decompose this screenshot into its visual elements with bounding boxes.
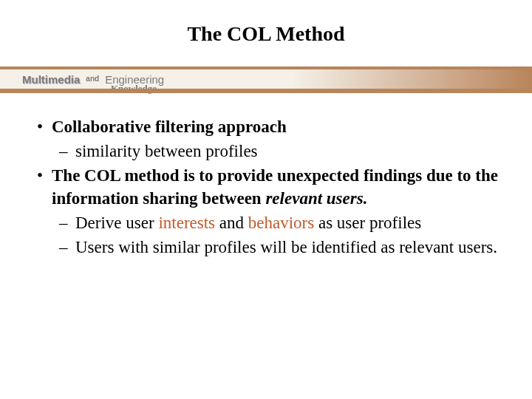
banner-bottom-bar xyxy=(0,89,532,93)
sub-marker: – xyxy=(59,211,75,234)
bullet-1-text: Collaborative filtering approach xyxy=(52,115,502,138)
content-area: • Collaborative filtering approach – sim… xyxy=(0,108,532,259)
sub-marker: – xyxy=(59,236,75,259)
sub-1-text: similarity between profiles xyxy=(75,140,502,163)
sub-2-behaviors: behaviors xyxy=(248,214,314,232)
slide-title: The COL Method xyxy=(0,0,532,61)
bullet-1: • Collaborative filtering approach xyxy=(37,115,502,138)
sub-3-text: Users with similar profiles will be iden… xyxy=(75,236,502,259)
sub-marker: – xyxy=(59,140,75,163)
sub-2-part1: Derive user xyxy=(75,214,158,232)
sub-1: – similarity between profiles xyxy=(37,140,502,163)
bullet-2-part2: relevant users. xyxy=(265,189,367,208)
sub-3: – Users with similar profiles will be id… xyxy=(37,236,502,259)
banner-multimedia: Multimedia xyxy=(22,73,80,86)
sub-2-part3: and xyxy=(215,214,248,232)
bullet-marker: • xyxy=(37,164,52,210)
bullet-2-text: The COL method is to provide unexpected … xyxy=(52,164,502,210)
banner-and: and xyxy=(86,75,99,83)
sub-2-interests: interests xyxy=(158,214,215,232)
banner-content: Multimedia and Engineering Knowledge xyxy=(0,69,532,89)
banner: Multimedia and Engineering Knowledge xyxy=(0,66,532,93)
bullet-marker: • xyxy=(37,115,52,138)
bullet-2: • The COL method is to provide unexpecte… xyxy=(37,164,502,210)
sub-2-text: Derive user interests and behaviors as u… xyxy=(75,211,502,234)
sub-2: – Derive user interests and behaviors as… xyxy=(37,211,502,234)
sub-2-part5: as user profiles xyxy=(314,214,421,232)
